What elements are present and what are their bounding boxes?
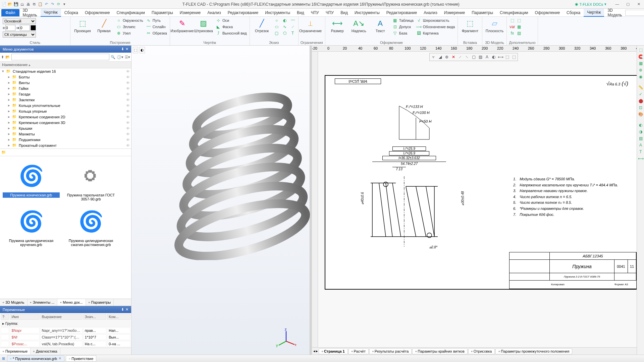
thumbnail[interactable]: 🌀Пружина цилиндрическая сжатия-растяжени… [62, 204, 119, 247]
menu-tab[interactable]: Измерение [176, 9, 204, 16]
dt5-icon[interactable]: ⟋ [457, 54, 463, 60]
spline-button[interactable]: 〰Сплайн [145, 24, 168, 30]
document-tab[interactable]: ▫Приветствие [66, 355, 96, 362]
dt2-icon[interactable]: ◢ [437, 54, 443, 60]
tolerance-button[interactable]: ⊡Допуск [392, 24, 414, 30]
constraint-button[interactable]: ⟂Ограничение [301, 17, 321, 34]
page-tab[interactable]: ▫Параметры промежуточного положения [495, 348, 572, 354]
rb2-icon[interactable]: 🧲 [638, 54, 644, 60]
open-icon[interactable]: 📂 [7, 2, 13, 7]
node-button[interactable]: ⊕Узел [115, 30, 144, 36]
menu-tab[interactable]: Анализ [204, 9, 224, 16]
refresh-icon[interactable]: ⟳ [56, 2, 61, 7]
menu-tab[interactable]: Вид [293, 9, 308, 16]
recent-icon[interactable]: 🕓▾ [117, 55, 123, 59]
layer-select[interactable]: Основной [3, 18, 36, 24]
roughness-button[interactable]: √Шероховатость [416, 17, 456, 23]
rb11-icon[interactable]: ◐ [638, 122, 644, 128]
page-tab[interactable]: ▫Отрисовка [468, 348, 495, 354]
tree-node[interactable]: ▸📁Крышки👁 [0, 125, 131, 131]
page-tab[interactable]: ▫Страница 1 [319, 348, 348, 354]
dt6-icon[interactable]: ⟍ [464, 54, 470, 60]
drawing-viewport[interactable]: -200204060801001201401601802002202402602… [312, 46, 644, 355]
plane-button[interactable]: ▱Плоскость [484, 17, 504, 34]
menu-tab-3[interactable]: Оформление [532, 9, 563, 16]
left-tab[interactable]: ▫Параметры [86, 299, 114, 306]
arrow-icon[interactable]: ⇥ [16, 26, 19, 30]
dimension-button[interactable]: ⟷Размер [327, 17, 347, 34]
label-button[interactable]: A↘Надпись [349, 17, 369, 34]
esk6-button[interactable]: ⬡ [281, 30, 288, 36]
dt8-icon[interactable]: ▨ [477, 54, 483, 60]
rb7-icon[interactable]: ✓ [638, 91, 644, 97]
dt7-icon[interactable]: ▢ [471, 54, 477, 60]
document-tree[interactable]: ▾📁Стандартные изделия 16👁▸📁Болты👁▸📁Винты… [0, 68, 131, 149]
tree-node[interactable]: ▸📁Кольца уплотнительные👁 [0, 103, 131, 108]
ellipse-button[interactable]: ⬭Эллипс [115, 24, 144, 30]
thumbnail[interactable]: 🌀Пружина коническая.grb [3, 159, 60, 202]
chamfer-button[interactable]: ◣Фаска [215, 24, 248, 30]
table-button[interactable]: ▦Таблица [392, 17, 414, 23]
image-button[interactable]: ✎Изображение [172, 17, 192, 34]
menu-tab-10[interactable]: Вид [337, 9, 351, 16]
rb10-icon[interactable]: 🎨 [638, 111, 644, 117]
copy-icon[interactable]: ⧉ [32, 2, 37, 7]
axis-button[interactable]: ⊹Оси [215, 17, 248, 23]
up-icon[interactable]: ⬆ [1, 55, 4, 59]
variable-row[interactable]: $Posac...val(N, tab.Posadka)На с...0-на … [1, 341, 130, 347]
menu-tab-0[interactable]: 3D Модель [604, 7, 625, 19]
close2-icon[interactable]: ✕ [125, 307, 128, 312]
thumbnail[interactable]: 🌀Пружина цилиндрическая кручения.grb [3, 204, 60, 247]
tflex-docs-button[interactable]: ◉ T-FLEX DOCs ▾ [575, 2, 606, 6]
menu-tab-1[interactable]: Чертёж [584, 9, 604, 17]
path-input[interactable] [11, 54, 109, 60]
picture-button[interactable]: 🖼Картинка [416, 30, 456, 36]
close-panel-icon[interactable]: ✕ [125, 47, 128, 51]
menu-tab-8[interactable]: Редактирование [383, 9, 420, 16]
rb4-icon[interactable]: ⊕ [638, 67, 644, 73]
projection-button[interactable]: ⬚Проекция [72, 17, 93, 34]
left-tab[interactable]: ▫Меню док... [57, 299, 86, 306]
sb-win-icon[interactable]: ⊞ [2, 356, 5, 361]
maximize-icon[interactable]: ▢ [624, 2, 632, 6]
lineweight2-input[interactable] [20, 25, 30, 31]
pin-icon[interactable]: ⬇ [121, 47, 124, 51]
designation-button[interactable]: ⟶Обозначение вида [416, 24, 456, 30]
dt1-icon[interactable]: ▿ [430, 54, 436, 60]
tree-node[interactable]: ▸📁Крепежные соединения 2D👁 [0, 114, 131, 120]
base-button[interactable]: ▽База [392, 30, 414, 36]
ex3-button[interactable]: fx▤ [509, 30, 522, 36]
tree-node[interactable]: ▸📁Винты👁 [0, 80, 131, 85]
pt-prev-icon[interactable]: ◂ [313, 349, 315, 353]
open-folder-icon[interactable]: 📂 [5, 55, 10, 59]
rb3-icon[interactable]: ▦ [638, 60, 644, 66]
menu-tab[interactable]: ЧПУ [308, 9, 322, 16]
redo-icon[interactable]: ↷ [50, 2, 55, 7]
menu-tab-7[interactable]: Анализ [420, 9, 441, 16]
undo-icon[interactable]: ↶ [44, 2, 49, 7]
3d-viewport[interactable]: ⬚ ◐ x z y [131, 46, 310, 355]
vmode-icon[interactable]: ◐ [140, 47, 145, 53]
esk7-button[interactable]: 〰 [289, 17, 296, 23]
variable-row[interactable]: $NaprNapr_any==1?"любое":(Napr==...прав.… [1, 327, 130, 334]
rb6-icon[interactable]: 📏 [638, 84, 644, 90]
saveall-icon[interactable]: 🗂 [19, 2, 25, 7]
menu-tab[interactable]: Сборка [61, 9, 82, 16]
tree-node[interactable]: ▸📁Болты👁 [0, 74, 131, 80]
fragment-button[interactable]: ⬚Фрагмент [460, 17, 480, 34]
page-tab[interactable]: ▫Результаты расчёта [369, 348, 412, 354]
print-icon[interactable]: 🖶 [25, 2, 31, 7]
path-button[interactable]: ∿Путь [145, 17, 168, 23]
esk5-button[interactable]: ∿ [281, 24, 288, 30]
vcube-icon[interactable]: ⬚ [133, 47, 138, 53]
page-tab[interactable]: ▫Расчёт [348, 348, 369, 354]
trim-button[interactable]: ✂Обрезка [145, 30, 168, 36]
line-button[interactable]: ╱Прямая [94, 17, 114, 34]
callout-button[interactable]: ⤴Выносной вид [215, 30, 248, 36]
tree-node[interactable]: ▸📁Подшипники👁 [0, 137, 131, 142]
menu-tab[interactable]: Инструменты [262, 9, 293, 16]
color-swatch[interactable] [31, 25, 36, 31]
esk9-button[interactable]: T [289, 30, 296, 36]
left-tab[interactable]: ▫3D Модель [0, 299, 28, 306]
menu-tab-9[interactable]: Инструменты [351, 9, 383, 16]
